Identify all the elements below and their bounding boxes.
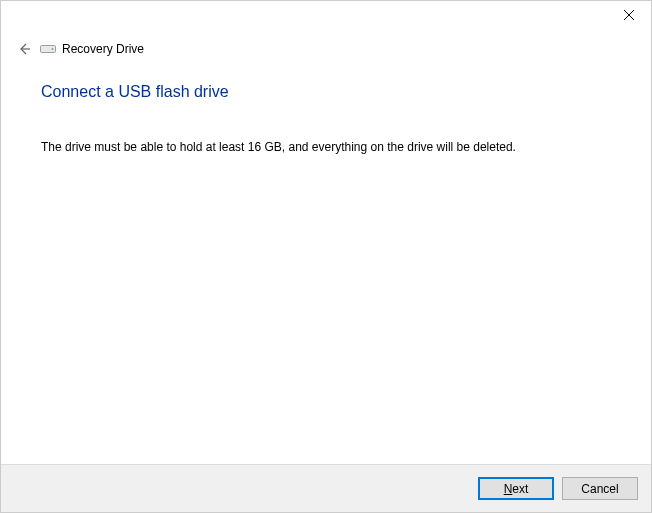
content-area: Connect a USB flash drive The drive must… [41,83,611,156]
titlebar [606,1,651,31]
close-icon [624,10,634,20]
back-button[interactable] [14,39,34,59]
wizard-title: Recovery Drive [62,42,144,56]
close-button[interactable] [606,1,651,29]
wizard-header: Recovery Drive [14,39,144,59]
back-arrow-icon [16,41,32,57]
recovery-drive-icon [40,43,56,55]
page-body-text: The drive must be able to hold at least … [41,139,611,156]
footer-bar: Next Cancel [1,464,651,512]
next-button-accel: N [504,482,513,496]
next-button[interactable]: Next [478,477,554,500]
svg-point-4 [52,48,54,50]
next-button-suffix: ext [512,482,528,496]
page-heading: Connect a USB flash drive [41,83,611,101]
cancel-button[interactable]: Cancel [562,477,638,500]
